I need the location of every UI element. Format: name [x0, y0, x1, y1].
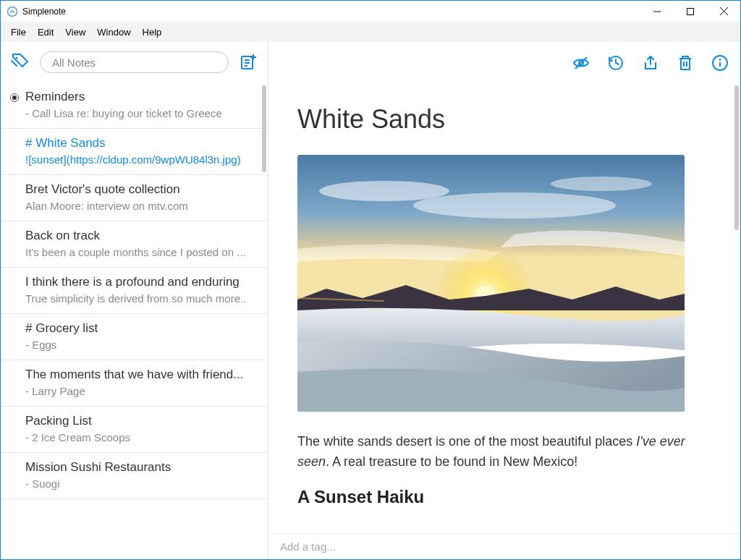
menu-edit[interactable]: Edit: [32, 24, 59, 41]
note-item-preview: - Call Lisa re: buying our ticket to Gre…: [25, 107, 256, 119]
menu-help[interactable]: Help: [137, 24, 168, 41]
history-icon[interactable]: [607, 54, 623, 70]
new-note-button[interactable]: [236, 54, 261, 71]
note-item-preview: - Suogi: [25, 478, 256, 490]
note-image: [297, 155, 685, 412]
svg-line-13: [575, 57, 587, 69]
note-item-title: # White Sands: [25, 136, 256, 150]
note-item-title: Packing List: [25, 414, 256, 428]
content-pane: White Sands: [268, 42, 740, 559]
app-icon: [7, 6, 18, 17]
search-input[interactable]: All Notes: [40, 51, 229, 73]
pin-indicator-icon: [10, 93, 19, 102]
search-placeholder-text: All Notes: [52, 56, 96, 69]
note-item-title: Back on track: [25, 229, 256, 243]
maximize-button[interactable]: [674, 1, 707, 22]
note-item-preview: True simplicity is derived from so much …: [25, 292, 256, 305]
note-list-item[interactable]: Back on trackIt's been a couple months s…: [1, 221, 268, 268]
note-subheading: A Sunset Haiku: [297, 487, 711, 507]
note-item-preview: - Eggs: [25, 339, 256, 351]
note-item-preview: - 2 Ice Cream Scoops: [25, 431, 256, 444]
info-icon[interactable]: [711, 54, 727, 70]
note-list-item[interactable]: The moments that we have with friend...-…: [1, 360, 268, 407]
paragraph-text-1: The white sands desert is one of the mos…: [297, 434, 636, 449]
svg-point-23: [551, 177, 652, 191]
note-list-item[interactable]: # Grocery list- Eggs: [1, 314, 268, 360]
note-item-preview: - Larry Page: [25, 385, 256, 397]
close-button[interactable]: [707, 1, 740, 22]
menu-window[interactable]: Window: [91, 24, 136, 41]
note-item-title: Reminders: [25, 90, 256, 104]
menu-view[interactable]: View: [59, 24, 91, 41]
menu-file[interactable]: File: [5, 24, 32, 41]
menu-bar: File Edit View Window Help: [0, 22, 741, 42]
minimize-button[interactable]: [640, 1, 674, 22]
sidebar-scrollbar[interactable]: [262, 85, 266, 172]
trash-icon[interactable]: [677, 54, 693, 70]
note-item-title: Mission Sushi Restaurants: [25, 460, 256, 475]
note-item-preview: ![sunset](https://cldup.com/9wpWU84l3n.j…: [25, 153, 256, 166]
tag-input[interactable]: [280, 540, 729, 553]
note-list-item[interactable]: # White Sands![sunset](https://cldup.com…: [1, 129, 268, 175]
note-item-preview: Alan Moore: interview on mtv.com: [25, 200, 256, 212]
window-titlebar: Simplenote: [0, 0, 741, 22]
sidebar-toolbar: All Notes: [1, 42, 268, 82]
svg-point-22: [413, 192, 616, 219]
note-item-title: # Grocery list: [25, 321, 256, 336]
note-item-title: I think there is a profound and enduring: [25, 275, 256, 289]
note-list-item[interactable]: Packing List- 2 Ice Cream Scoops: [1, 407, 268, 453]
svg-point-5: [16, 57, 18, 59]
app-body: All Notes Reminders- Call Lisa re: buyin…: [0, 42, 741, 560]
note-list-item[interactable]: Mission Sushi Restaurants- Suogi: [1, 453, 268, 499]
note-list-item[interactable]: Reminders- Call Lisa re: buying our tick…: [1, 82, 268, 129]
svg-point-18: [719, 59, 721, 61]
note-item-preview: It's been a couple months since I posted…: [25, 246, 256, 258]
note-editor[interactable]: White Sands: [268, 82, 740, 533]
note-list: Reminders- Call Lisa re: buying our tick…: [1, 82, 268, 559]
svg-point-0: [8, 7, 17, 16]
svg-point-21: [319, 181, 449, 201]
svg-rect-2: [687, 8, 694, 14]
note-item-title: The moments that we have with friend...: [25, 368, 256, 382]
note-title: White Sands: [297, 104, 711, 135]
note-list-item[interactable]: Bret Victor's quote collectionAlan Moore…: [1, 175, 268, 221]
window-title: Simplenote: [22, 7, 640, 17]
note-paragraph: The white sands desert is one of the mos…: [297, 432, 711, 472]
share-icon[interactable]: [642, 54, 658, 70]
tag-bar: [268, 533, 740, 559]
editor-toolbar: [268, 42, 740, 82]
window-controls: [640, 1, 740, 22]
note-list-item[interactable]: I think there is a profound and enduring…: [1, 268, 268, 314]
preview-toggle-icon[interactable]: [572, 54, 588, 70]
paragraph-text-2: . A real treasure to be found in New Mex…: [326, 454, 577, 469]
sidebar: All Notes Reminders- Call Lisa re: buyin…: [1, 42, 268, 559]
note-item-title: Bret Victor's quote collection: [25, 182, 256, 197]
tags-icon[interactable]: [11, 52, 33, 72]
